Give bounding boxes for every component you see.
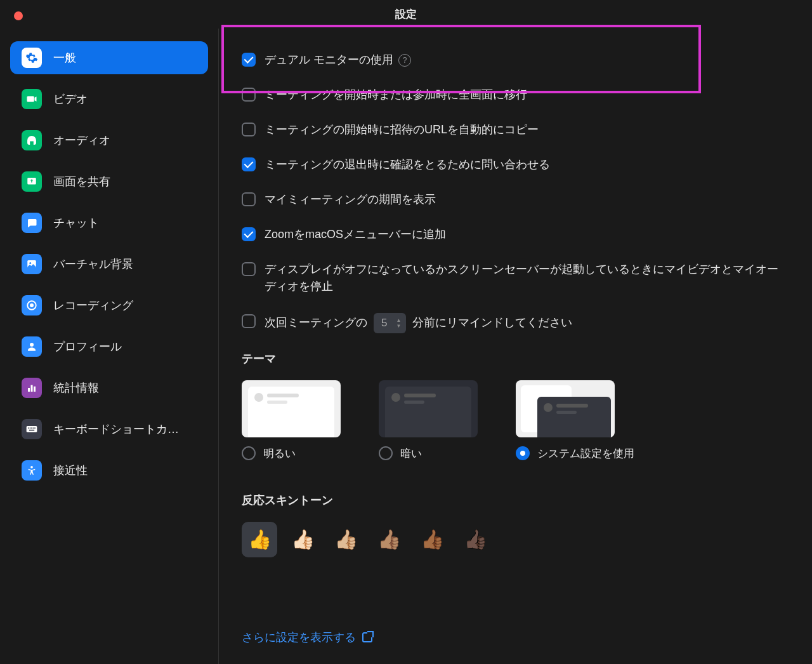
theme-system-thumbnail	[516, 380, 615, 437]
svg-rect-15	[29, 430, 34, 431]
option-dual-monitor: デュアル モニターの使用 ?	[242, 51, 789, 69]
reminder-suffix: 分前にリマインドしてください	[412, 314, 572, 331]
video-icon	[22, 89, 42, 109]
skin-tone-medium[interactable]: 👍🏽	[371, 522, 407, 557]
sidebar-item-label: オーディオ	[53, 133, 110, 148]
theme-dark-radio[interactable]	[379, 446, 393, 460]
dual-monitor-checkbox[interactable]	[242, 53, 256, 67]
sidebar-item-label: ビデオ	[53, 91, 88, 107]
accessibility-icon	[22, 460, 42, 481]
svg-rect-8	[34, 387, 36, 392]
theme-option-dark[interactable]: 暗い	[379, 380, 478, 461]
fullscreen-checkbox[interactable]	[242, 88, 256, 102]
image-icon	[22, 254, 42, 274]
option-label: マイミィーティングの期間を表示	[265, 191, 436, 208]
sidebar-item-audio[interactable]: オーディオ	[10, 124, 208, 157]
svg-point-2	[29, 262, 31, 264]
option-label: ディスプレイがオフになっているかスクリーンセーバーが起動しているときにマイビデオ…	[265, 261, 789, 295]
sidebar-item-label: バーチャル背景	[53, 256, 133, 272]
chat-icon	[22, 213, 42, 233]
svg-rect-10	[28, 428, 29, 429]
sidebar-item-profile[interactable]: プロフィール	[10, 330, 208, 363]
option-label: ミーティングを開始時または参加時に全画面に移行	[265, 86, 527, 103]
copy-url-checkbox[interactable]	[242, 123, 256, 136]
sidebar-item-statistics[interactable]: 統計情報	[10, 371, 208, 404]
person-icon	[22, 336, 42, 357]
sidebar-item-label: 統計情報	[53, 380, 99, 395]
stop-on-display-off-checkbox[interactable]	[242, 262, 256, 276]
sidebar-item-video[interactable]: ビデオ	[10, 83, 208, 116]
svg-point-4	[30, 303, 34, 307]
sidebar-item-share-screen[interactable]: 画面を共有	[10, 165, 208, 198]
theme-option-light[interactable]: 明るい	[242, 380, 341, 461]
gear-icon	[22, 48, 42, 68]
option-label: デュアル モニターの使用	[265, 51, 393, 69]
show-duration-checkbox[interactable]	[242, 192, 256, 206]
window-title: 設定	[395, 7, 417, 22]
option-label: ZoomをmacOSメニューバーに追加	[265, 226, 446, 243]
confirm-leave-checkbox[interactable]	[242, 157, 256, 171]
option-fullscreen-on-start: ミーティングを開始時または参加時に全画面に移行	[242, 86, 789, 103]
sidebar-item-keyboard-shortcuts[interactable]: キーボードショートカ…	[10, 413, 208, 446]
skin-tone-row: 👍 👍🏻 👍🏼 👍🏽 👍🏾 👍🏿	[242, 522, 789, 557]
reminder-checkbox[interactable]	[242, 314, 256, 328]
sidebar-item-general[interactable]: 一般	[10, 41, 208, 74]
svg-point-5	[30, 343, 34, 347]
theme-section-title: テーマ	[242, 351, 789, 366]
theme-light-thumbnail	[242, 380, 341, 437]
svg-rect-7	[31, 385, 33, 392]
macos-menubar-checkbox[interactable]	[242, 227, 256, 241]
settings-sidebar: 一般 ビデオ オーディオ 画面を共有 チャット	[0, 29, 219, 664]
theme-system-radio[interactable]	[516, 446, 530, 460]
sidebar-item-label: 一般	[53, 50, 76, 65]
option-label: ミーティングの退出時に確認をとるために問い合わせる	[265, 156, 550, 173]
theme-label: 明るい	[263, 446, 296, 461]
option-confirm-leave: ミーティングの退出時に確認をとるために問い合わせる	[242, 156, 789, 173]
help-icon[interactable]: ?	[398, 54, 411, 67]
headphones-icon	[22, 130, 42, 150]
option-macos-menubar: ZoomをmacOSメニューバーに追加	[242, 226, 789, 243]
reminder-minutes-stepper[interactable]: 5 ▲▼	[374, 313, 406, 333]
svg-point-16	[30, 466, 33, 468]
window-close-button[interactable]	[14, 11, 23, 20]
skin-tone-medium-light[interactable]: 👍🏼	[328, 522, 363, 557]
sidebar-item-label: 接近性	[53, 463, 88, 478]
sidebar-item-virtual-background[interactable]: バーチャル背景	[10, 248, 208, 281]
view-more-settings-link[interactable]: さらに設定を表示する	[242, 630, 372, 645]
svg-rect-9	[27, 426, 37, 432]
sidebar-item-label: プロフィール	[53, 339, 122, 354]
svg-rect-6	[28, 388, 30, 392]
sidebar-item-label: レコーディング	[53, 298, 133, 313]
recording-icon	[22, 295, 42, 315]
theme-label: 暗い	[400, 446, 422, 461]
settings-content: デュアル モニターの使用 ? ミーティングを開始時または参加時に全画面に移行 ミ…	[219, 29, 812, 664]
svg-rect-14	[34, 428, 36, 429]
sidebar-item-label: キーボードショートカ…	[53, 422, 179, 437]
theme-light-radio[interactable]	[242, 446, 256, 460]
keyboard-icon	[22, 419, 42, 439]
theme-option-system[interactable]: システム設定を使用	[516, 380, 634, 461]
external-link-icon	[362, 632, 372, 642]
stepper-value: 5	[381, 315, 387, 331]
sidebar-item-accessibility[interactable]: 接近性	[10, 454, 208, 487]
sidebar-item-chat[interactable]: チャット	[10, 206, 208, 239]
option-copy-url: ミーティングの開始時に招待のURLを自動的にコピー	[242, 121, 789, 138]
svg-rect-12	[31, 428, 32, 429]
option-reminder: 次回ミーティングの 5 ▲▼ 分前にリマインドしてください	[242, 313, 789, 333]
option-label: ミーティングの開始時に招待のURLを自動的にコピー	[265, 121, 539, 138]
skin-tone-medium-dark[interactable]: 👍🏾	[414, 522, 450, 557]
option-show-duration: マイミィーティングの期間を表示	[242, 191, 789, 208]
stepper-arrows-icon: ▲▼	[396, 317, 401, 329]
bar-chart-icon	[22, 378, 42, 398]
skin-tone-default[interactable]: 👍	[242, 522, 277, 557]
sidebar-item-label: 画面を共有	[53, 174, 110, 189]
share-screen-icon	[22, 171, 42, 192]
skin-tone-dark[interactable]: 👍🏿	[457, 522, 493, 557]
sidebar-item-recording[interactable]: レコーディング	[10, 289, 208, 322]
svg-rect-11	[30, 428, 31, 429]
skin-tone-light[interactable]: 👍🏻	[285, 522, 320, 557]
more-link-label: さらに設定を表示する	[242, 630, 356, 645]
svg-rect-13	[33, 428, 34, 429]
sidebar-item-label: チャット	[53, 215, 99, 230]
theme-label: システム設定を使用	[537, 446, 634, 461]
